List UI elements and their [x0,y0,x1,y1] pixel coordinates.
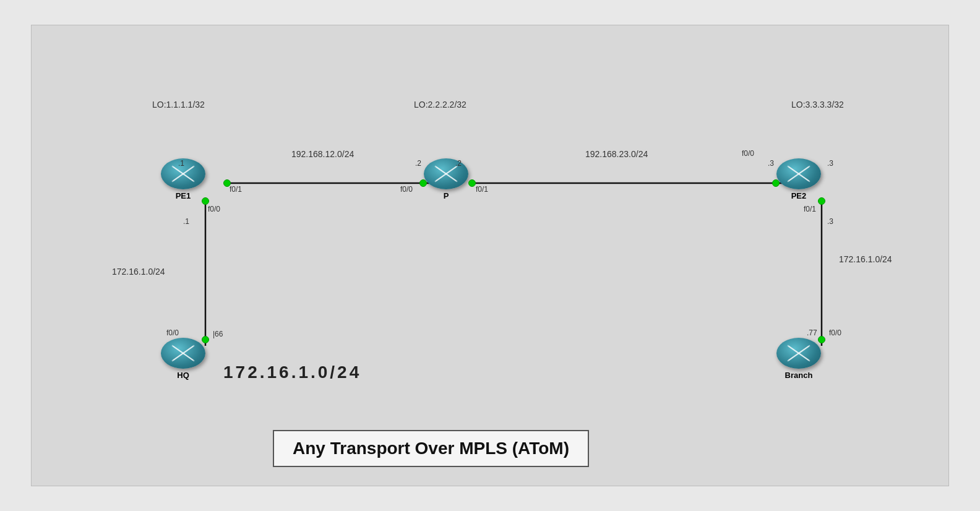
if-p-right: f0/1 [476,185,488,194]
if-pe1-right: f0/1 [230,185,242,194]
ip-p-right: .2 [455,159,462,168]
diagram-title-box: Any Transport Over MPLS (AToM) [273,430,589,467]
net-172-right: 172.16.1.0/24 [839,254,892,264]
ip-pe1-down: .1 [183,217,189,226]
dot-p-right [468,179,476,187]
router-branch-label: Branch [785,371,813,380]
net-172-left: 172.16.1.0/24 [112,267,165,277]
if-hq-top: f0/0 [166,328,179,337]
lo-pe1: LO:1.1.1.1/32 [152,100,205,110]
router-hq-label: HQ [177,371,189,380]
connection-lines [32,25,948,486]
router-p-label: P [444,191,449,200]
if-pe1-down: f0/0 [208,205,220,213]
dot-hq-top [202,336,209,343]
ip-pe2-down: .3 [827,217,833,226]
ip-branch-top: .77 [807,328,817,337]
net-23: 192.168.23.0/24 [585,149,648,159]
dot-pe2-bottom [818,197,825,205]
lo-pe2: LO:3.3.3.3/32 [791,100,844,110]
diagram-title: Any Transport Over MPLS (AToM) [293,439,569,458]
router-hq-icon [161,338,205,369]
ip-hq-dot2: |66 [213,330,223,338]
if-p-left: f0/0 [400,185,413,194]
router-branch[interactable]: Branch [776,338,821,380]
router-pe2-icon [776,158,821,189]
router-p-icon [424,158,468,189]
router-pe2[interactable]: PE2 [776,158,821,200]
dot-branch-top [818,336,825,343]
if-pe2-left: f0/0 [742,149,754,158]
dashed-network-label: 172.16.1.0/24 [223,363,361,382]
ip-pe1-right: .1 [178,159,184,168]
ip-pe2-left: .3 [768,159,774,168]
router-hq[interactable]: HQ [161,338,205,380]
router-p[interactable]: P [424,158,468,200]
network-diagram: LO:1.1.1.1/32 LO:2.2.2.2/32 LO:3.3.3.3/3… [31,25,949,486]
dot-pe2-left [772,179,780,187]
dot-p-left [419,179,427,187]
router-pe1-label: PE1 [176,191,191,200]
ip-pe2-right: .3 [827,159,833,168]
if-branch-top: f0/0 [829,328,841,337]
net-12: 192.168.12.0/24 [291,149,354,159]
router-branch-icon [776,338,821,369]
dot-pe1-bottom [202,197,209,205]
router-pe2-label: PE2 [791,191,807,200]
ip-p-left: .2 [415,159,421,168]
lo-p: LO:2.2.2.2/32 [414,100,466,110]
if-pe2-down: f0/1 [804,205,816,213]
